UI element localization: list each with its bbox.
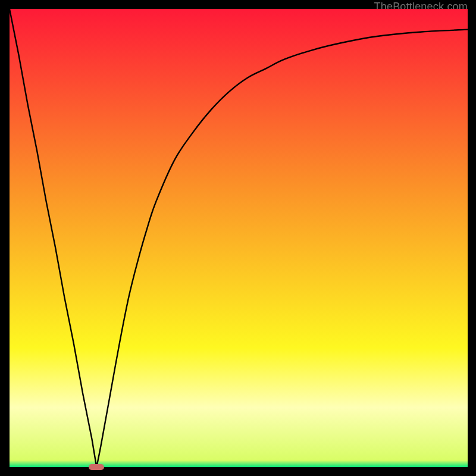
gradient-background: [10, 9, 468, 467]
chart-plot: [10, 9, 468, 467]
chart-frame: TheBottleneck.com: [10, 9, 468, 467]
optimal-marker: [89, 464, 104, 471]
